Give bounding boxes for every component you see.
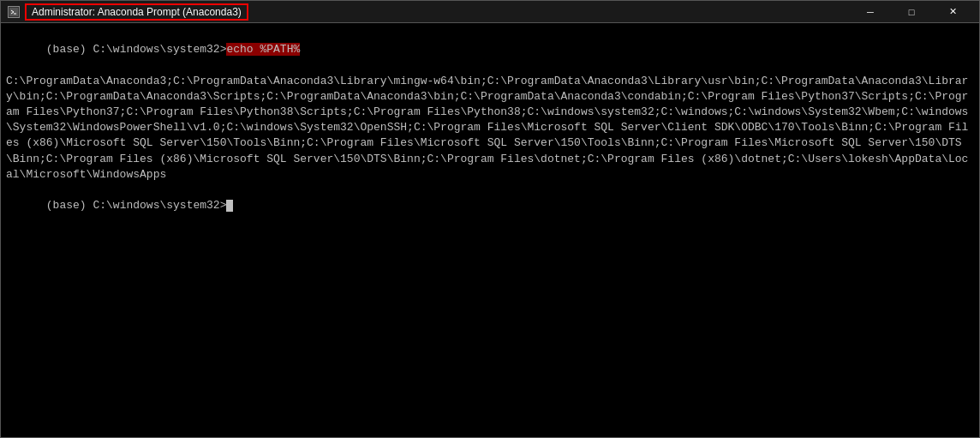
- title-text: Administrator: Anaconda Prompt (Anaconda…: [25, 3, 248, 21]
- window-controls: ─ □ ✕: [851, 3, 972, 21]
- console-output[interactable]: (base) C:\windows\system32>echo %PATH% C…: [1, 23, 979, 437]
- minimize-button[interactable]: ─: [851, 3, 890, 21]
- terminal-icon: [8, 6, 20, 18]
- command-line-2: (base) C:\windows\system32>: [6, 183, 974, 230]
- command-text-1: echo %PATH%: [226, 43, 300, 56]
- close-button[interactable]: ✕: [933, 3, 972, 21]
- terminal-window: Administrator: Anaconda Prompt (Anaconda…: [0, 0, 980, 438]
- command-line-1: (base) C:\windows\system32>echo %PATH%: [6, 27, 974, 74]
- prompt-2: (base) C:\windows\system32>: [46, 199, 227, 212]
- cursor: [226, 200, 233, 212]
- maximize-button[interactable]: □: [892, 3, 931, 21]
- prompt-1: (base) C:\windows\system32>: [46, 43, 227, 56]
- title-bar: Administrator: Anaconda Prompt (Anaconda…: [1, 1, 979, 23]
- title-bar-left: Administrator: Anaconda Prompt (Anaconda…: [8, 3, 248, 21]
- output-line-1: C:\ProgramData\Anaconda3;C:\ProgramData\…: [6, 74, 974, 183]
